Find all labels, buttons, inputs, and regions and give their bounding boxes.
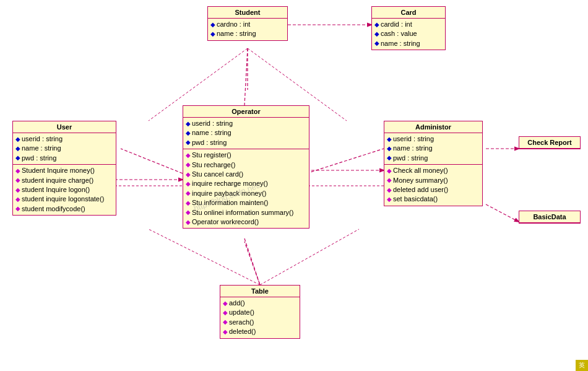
table-header: Table [220, 286, 300, 297]
method-icon: ◆ [186, 180, 191, 188]
svg-line-6 [244, 238, 260, 285]
svg-line-9 [306, 149, 384, 173]
method-icon: ◆ [186, 151, 191, 160]
method-icon: ◆ [387, 176, 392, 185]
diamond-icon: ◆ [15, 154, 20, 162]
method-icon: ◆ [387, 186, 392, 194]
checkreport-header: Check Report [519, 137, 580, 149]
student-header: Student [208, 7, 287, 19]
method-icon: ◆ [223, 318, 228, 326]
method-icon: ◆ [186, 189, 191, 198]
basicdata-box: BasicData [519, 211, 581, 224]
user-box: User ◆userid : string ◆name : string ◆pw… [12, 121, 116, 216]
method-icon: ◆ [186, 218, 191, 227]
method-icon: ◆ [186, 170, 191, 179]
user-methods: ◆Student Inquire money() ◆student inquir… [13, 165, 116, 215]
diamond-icon: ◆ [15, 135, 20, 144]
table-methods: ◆add() ◆update() ◆serach() ◆deleted() [220, 297, 300, 338]
diamond-icon: ◆ [15, 144, 20, 153]
diamond-icon: ◆ [374, 30, 379, 38]
svg-line-10 [244, 242, 260, 285]
operator-header: Operator [183, 106, 309, 118]
basicdata-header: BasicData [519, 211, 580, 223]
method-icon: ◆ [15, 186, 20, 194]
method-icon: ◆ [15, 167, 20, 175]
method-icon: ◆ [387, 167, 392, 175]
diamond-icon: ◆ [210, 30, 215, 38]
diamond-icon: ◆ [387, 135, 392, 144]
card-attributes: ◆cardid : int ◆cash : value ◆name : stri… [372, 19, 445, 50]
table-box: Table ◆add() ◆update() ◆serach() ◆delete… [220, 285, 300, 339]
svg-line-13 [149, 229, 260, 285]
operator-methods: ◆Stu register() ◆Stu recharge() ◆Stu can… [183, 149, 309, 228]
method-icon: ◆ [223, 299, 228, 308]
card-header: Card [372, 7, 445, 19]
operator-box: Operator ◆userid : string ◆name : string… [183, 105, 309, 229]
svg-line-5 [486, 204, 519, 222]
svg-line-1 [244, 48, 248, 105]
diamond-icon: ◆ [186, 138, 191, 147]
svg-line-14 [260, 229, 359, 285]
method-icon: ◆ [387, 195, 392, 204]
diamond-icon: ◆ [387, 154, 392, 162]
method-icon: ◆ [186, 199, 191, 207]
method-icon: ◆ [223, 328, 228, 336]
method-icon: ◆ [15, 176, 20, 185]
method-icon: ◆ [223, 308, 228, 317]
method-icon: ◆ [186, 160, 191, 169]
diamond-icon: ◆ [210, 20, 215, 29]
diamond-icon: ◆ [186, 129, 191, 137]
administor-box: Administor ◆userid : string ◆name : stri… [384, 121, 483, 206]
administor-header: Administor [384, 121, 482, 133]
checkreport-box: Check Report [519, 136, 581, 149]
student-attributes: ◆cardno : int ◆name : string [208, 19, 287, 40]
diagram-container: Student ◆cardno : int ◆name : string Car… [0, 0, 588, 371]
operator-attributes: ◆userid : string ◆name : string ◆pwd : s… [183, 118, 309, 149]
method-icon: ◆ [15, 195, 20, 204]
user-attributes: ◆userid : string ◆name : string ◆pwd : s… [13, 133, 116, 165]
student-box: Student ◆cardno : int ◆name : string [207, 6, 288, 41]
administor-methods: ◆Check all money() ◆Money summary() ◆del… [384, 165, 482, 206]
diamond-icon: ◆ [374, 20, 379, 29]
diamond-icon: ◆ [186, 120, 191, 128]
corner-indicator: 英 [576, 360, 588, 371]
administor-attributes: ◆userid : string ◆name : string ◆pwd : s… [384, 133, 482, 165]
diamond-icon: ◆ [374, 39, 379, 48]
user-header: User [13, 121, 116, 133]
method-icon: ◆ [186, 208, 191, 217]
card-box: Card ◆cardid : int ◆cash : value ◆name :… [371, 6, 446, 50]
diamond-icon: ◆ [387, 144, 392, 153]
method-icon: ◆ [15, 204, 20, 213]
svg-line-8 [121, 149, 183, 173]
